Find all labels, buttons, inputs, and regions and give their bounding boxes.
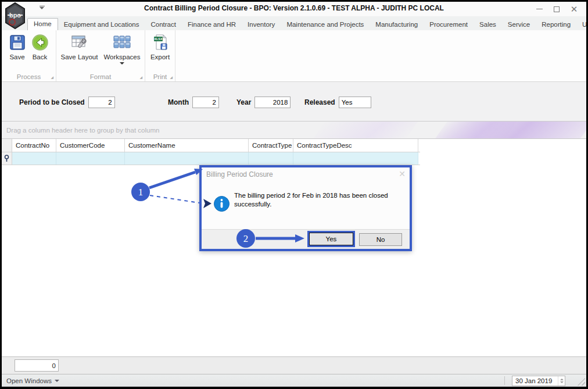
grid-header-row: ContractNo CustomerCode CustomerName Con…	[2, 139, 420, 152]
workspaces-button[interactable]: Workspaces	[101, 32, 142, 66]
column-header-customercode[interactable]: CustomerCode	[56, 139, 125, 152]
window-title: Contract Billing Period Closure - BPO: V…	[2, 4, 586, 12]
chevron-down-icon	[55, 380, 59, 382]
dialog-close-icon[interactable]: ✕	[399, 169, 406, 179]
open-windows-label: Open Windows	[6, 377, 52, 384]
billing-period-closure-dialog: Billing Period Closure ✕ The billing per…	[199, 165, 412, 251]
open-windows-dropdown[interactable]: Open Windows	[2, 377, 59, 384]
tab-inventory[interactable]: Inventory	[242, 19, 281, 30]
grid-summary-footer: 0	[2, 356, 586, 374]
xlsx-badge: XLSX	[154, 37, 163, 41]
back-button[interactable]: Back	[29, 32, 51, 62]
column-header-contracttype[interactable]: ContractType	[249, 139, 293, 152]
minimize-icon[interactable]	[530, 3, 548, 16]
ribbon-group-process: Save Back Process ◢	[2, 30, 56, 81]
period-to-be-closed-label: Period to be Closed	[19, 98, 88, 106]
form-panel: Period to be Closed Month Year Released	[2, 82, 586, 122]
column-header-contracttypedesc[interactable]: ContractTypeDesc	[293, 139, 418, 152]
tab-service[interactable]: Service	[502, 19, 536, 30]
maximize-icon[interactable]	[548, 3, 565, 16]
tab-utilities[interactable]: Utilities	[576, 19, 586, 30]
released-label: Released	[304, 98, 339, 106]
tab-maintenance-and-projects[interactable]: Maintenance and Projects	[281, 19, 370, 30]
print-dialog-launcher-icon[interactable]: ◢	[170, 75, 173, 79]
workspaces-tiles-icon	[113, 33, 131, 52]
summary-count-box: 0	[15, 359, 59, 372]
filter-cell-contracttypedesc[interactable]	[293, 152, 418, 165]
tab-contract[interactable]: Contract	[145, 19, 181, 30]
dialog-footer: Yes No	[202, 229, 410, 249]
tab-home[interactable]: Home	[27, 18, 58, 30]
filter-cell-contracttype[interactable]	[249, 152, 293, 165]
save-layout-button[interactable]: Save Layout	[59, 32, 101, 62]
save-layout-icon	[70, 33, 88, 52]
process-dialog-launcher-icon[interactable]: ◢	[51, 75, 53, 79]
decorative-swirl	[310, 122, 421, 139]
title-bar: bpo Contract Billing Period Closure - BP…	[2, 2, 586, 16]
month-label: Month	[168, 98, 192, 106]
ribbon: Save Back Process ◢	[2, 30, 586, 82]
decorative-swirl	[432, 122, 586, 139]
tab-reporting[interactable]: Reporting	[536, 19, 576, 30]
group-label-format: Format	[90, 73, 111, 80]
format-dialog-launcher-icon[interactable]: ◢	[139, 75, 142, 79]
date-editor[interactable]: 30 Jan 2019	[512, 376, 565, 386]
tab-finance-and-hr[interactable]: Finance and HR	[182, 19, 242, 30]
ribbon-group-format: Save Layout	[56, 30, 145, 81]
tab-manufacturing[interactable]: Manufacturing	[370, 19, 424, 30]
save-button[interactable]: Save	[7, 32, 28, 62]
ribbon-tab-row: Home Equipment and Locations Contract Fi…	[2, 16, 586, 30]
back-arrow-icon	[31, 33, 49, 52]
month-input[interactable]	[192, 97, 219, 108]
bpo-logo-icon: bpo	[5, 2, 26, 30]
filter-cell-customername[interactable]	[125, 152, 249, 165]
tab-procurement[interactable]: Procurement	[424, 19, 474, 30]
date-value: 30 Jan 2019	[512, 377, 558, 384]
year-label: Year	[236, 98, 254, 106]
filter-row-pin-icon	[2, 152, 12, 165]
save-layout-label: Save Layout	[61, 53, 98, 60]
filter-cell-contractno[interactable]	[12, 152, 56, 165]
ribbon-group-print: XLSX Export Print ◢	[145, 30, 175, 81]
year-input[interactable]	[254, 97, 291, 108]
back-button-label: Back	[33, 53, 48, 60]
workspaces-label: Workspaces	[103, 53, 140, 60]
date-spinner[interactable]	[558, 376, 565, 386]
dialog-title: Billing Period Closure	[206, 170, 273, 179]
info-icon	[214, 196, 230, 213]
grid: ContractNo CustomerCode CustomerName Con…	[2, 139, 586, 165]
export-label: Export	[150, 53, 170, 60]
tab-sales[interactable]: Sales	[474, 19, 502, 30]
group-label-process: Process	[17, 73, 41, 80]
yes-button[interactable]: Yes	[309, 233, 353, 245]
group-label-print: Print	[153, 73, 167, 80]
column-header-customername[interactable]: CustomerName	[125, 139, 249, 152]
tab-equipment-and-locations[interactable]: Equipment and Locations	[58, 19, 145, 30]
export-button[interactable]: XLSX Export	[148, 32, 172, 62]
dialog-message: The billing period 2 for Feb in 2018 has…	[234, 191, 408, 209]
grid-filter-row	[2, 152, 420, 165]
yes-button-highlight: Yes	[307, 231, 355, 247]
filter-cell-customercode[interactable]	[56, 152, 125, 165]
group-by-panel: Drag a column header here to group by th…	[2, 122, 586, 139]
column-header-contractno[interactable]: ContractNo	[12, 139, 56, 152]
close-icon[interactable]: ✕	[565, 3, 583, 16]
period-to-be-closed-input[interactable]	[88, 97, 115, 108]
spinner-down-icon[interactable]	[560, 381, 564, 383]
spinner-up-icon[interactable]	[560, 379, 564, 380]
resize-grip[interactable]	[578, 378, 585, 386]
group-by-hint: Drag a column header here to group by th…	[2, 127, 159, 134]
save-floppy-icon	[9, 33, 26, 52]
status-separator	[504, 376, 505, 385]
workspaces-dropdown-icon	[120, 62, 124, 65]
released-input[interactable]	[339, 97, 371, 108]
no-button[interactable]: No	[359, 233, 402, 246]
application-window: bpo Contract Billing Period Closure - BP…	[0, 0, 588, 389]
save-button-label: Save	[9, 53, 24, 60]
row-indicator-header	[2, 139, 12, 152]
export-xlsx-icon: XLSX	[152, 33, 168, 52]
status-bar: Open Windows 30 Jan 2019	[2, 374, 586, 387]
